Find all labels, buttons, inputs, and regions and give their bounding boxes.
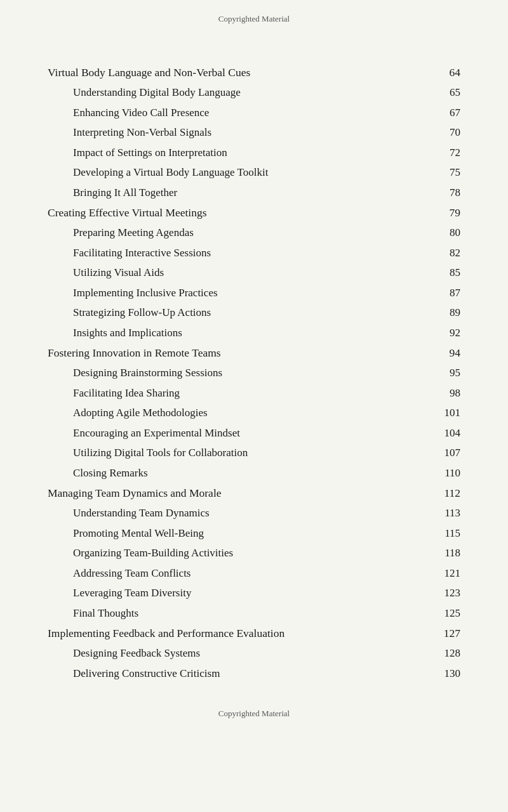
entry-title: Understanding Team Dynamics <box>73 503 435 523</box>
entry-title: Leveraging Team Diversity <box>73 583 435 603</box>
entry-page: 101 <box>435 403 460 422</box>
toc-entry: Designing Brainstorming Sessions95 <box>48 363 460 383</box>
entry-page: 64 <box>435 62 460 82</box>
footer-copyright: Copyrighted Material <box>0 696 508 733</box>
entry-page: 67 <box>435 103 460 122</box>
entry-page: 70 <box>435 122 460 142</box>
toc-entry: Final Thoughts125 <box>48 603 460 623</box>
entry-page: 130 <box>435 664 460 683</box>
toc-entry: Leveraging Team Diversity123 <box>48 583 460 603</box>
entry-page: 79 <box>435 202 460 223</box>
toc-entry: Organizing Team-Building Activities118 <box>48 543 460 563</box>
toc-entry: Creating Effective Virtual Meetings79 <box>48 202 460 223</box>
entry-title: Enhancing Video Call Presence <box>73 103 435 122</box>
entry-title: Final Thoughts <box>73 603 435 623</box>
entry-page: 89 <box>435 303 460 322</box>
entry-title: Designing Brainstorming Sessions <box>73 363 435 383</box>
entry-title: Promoting Mental Well-Being <box>73 523 435 543</box>
entry-title: Preparing Meeting Agendas <box>73 223 435 242</box>
toc-entry: Delivering Constructive Criticism130 <box>48 664 460 683</box>
entry-page: 72 <box>435 143 460 162</box>
entry-page: 78 <box>435 183 460 202</box>
entry-title: Bringing It All Together <box>73 183 435 202</box>
entry-page: 115 <box>435 523 460 543</box>
entry-title: Delivering Constructive Criticism <box>73 664 435 683</box>
entry-page: 80 <box>435 223 460 242</box>
entry-title: Strategizing Follow-Up Actions <box>73 303 435 322</box>
entry-page: 113 <box>435 503 460 523</box>
entry-title: Impact of Settings on Interpretation <box>73 143 435 162</box>
entry-page: 125 <box>435 603 460 623</box>
toc-entry: Implementing Inclusive Practices87 <box>48 283 460 303</box>
toc-entry: Preparing Meeting Agendas80 <box>48 223 460 242</box>
entry-page: 82 <box>435 243 460 263</box>
entry-title: Utilizing Visual Aids <box>73 263 435 282</box>
entry-page: 65 <box>435 82 460 102</box>
toc-entry: Addressing Team Conflicts121 <box>48 563 460 583</box>
toc-entry: Understanding Team Dynamics113 <box>48 503 460 523</box>
entry-title: Interpreting Non-Verbal Signals <box>73 122 435 142</box>
entry-page: 127 <box>435 623 460 643</box>
entry-page: 123 <box>435 583 460 603</box>
toc-entry: Facilitating Idea Sharing98 <box>48 383 460 403</box>
entry-page: 98 <box>435 383 460 403</box>
entry-page: 110 <box>435 463 460 483</box>
entry-page: 92 <box>435 323 460 343</box>
entry-title: Understanding Digital Body Language <box>73 82 435 102</box>
entry-title: Managing Team Dynamics and Morale <box>48 483 435 503</box>
entry-page: 107 <box>435 443 460 462</box>
entry-title: Creating Effective Virtual Meetings <box>48 202 435 223</box>
toc-entry: Utilizing Digital Tools for Collaboratio… <box>48 443 460 462</box>
entry-page: 87 <box>435 283 460 303</box>
toc-entry: Enhancing Video Call Presence67 <box>48 103 460 122</box>
entry-page: 118 <box>435 543 460 563</box>
page: Copyrighted Material Virtual Body Langua… <box>0 0 508 812</box>
entry-page: 95 <box>435 363 460 383</box>
toc-entry: Impact of Settings on Interpretation72 <box>48 143 460 162</box>
entry-title: Adopting Agile Methodologies <box>73 403 435 422</box>
toc-entry: Encouraging an Experimental Mindset104 <box>48 423 460 443</box>
entry-page: 94 <box>435 343 460 363</box>
toc-entry: Strategizing Follow-Up Actions89 <box>48 303 460 322</box>
entry-title: Developing a Virtual Body Language Toolk… <box>73 162 435 182</box>
entry-title: Facilitating Idea Sharing <box>73 383 435 403</box>
toc-entry: Promoting Mental Well-Being115 <box>48 523 460 543</box>
toc-entry: Interpreting Non-Verbal Signals70 <box>48 122 460 142</box>
toc-entry: Bringing It All Together78 <box>48 183 460 202</box>
toc-entry: Managing Team Dynamics and Morale112 <box>48 483 460 503</box>
entry-page: 75 <box>435 162 460 182</box>
toc-entry: Understanding Digital Body Language65 <box>48 82 460 102</box>
toc-entry: Adopting Agile Methodologies101 <box>48 403 460 422</box>
header-copyright: Copyrighted Material <box>0 0 508 30</box>
toc-container: Virtual Body Language and Non-Verbal Cue… <box>0 30 508 696</box>
toc-entry: Developing a Virtual Body Language Toolk… <box>48 162 460 182</box>
entry-title: Addressing Team Conflicts <box>73 563 435 583</box>
entry-title: Insights and Implications <box>73 323 435 343</box>
toc-entry: Fostering Innovation in Remote Teams94 <box>48 343 460 363</box>
entry-page: 128 <box>435 643 460 663</box>
entry-title: Virtual Body Language and Non-Verbal Cue… <box>48 62 435 82</box>
entry-title: Organizing Team-Building Activities <box>73 543 435 563</box>
entry-page: 121 <box>435 563 460 583</box>
entry-title: Closing Remarks <box>73 463 435 483</box>
toc-entry: Closing Remarks110 <box>48 463 460 483</box>
entry-title: Implementing Feedback and Performance Ev… <box>48 623 435 643</box>
entry-title: Designing Feedback Systems <box>73 643 435 663</box>
toc-entry: Insights and Implications92 <box>48 323 460 343</box>
toc-entry: Designing Feedback Systems128 <box>48 643 460 663</box>
entry-page: 104 <box>435 423 460 443</box>
toc-entry: Virtual Body Language and Non-Verbal Cue… <box>48 62 460 82</box>
toc-entry: Utilizing Visual Aids85 <box>48 263 460 282</box>
toc-entry: Facilitating Interactive Sessions82 <box>48 243 460 263</box>
toc-entry: Implementing Feedback and Performance Ev… <box>48 623 460 643</box>
entry-title: Utilizing Digital Tools for Collaboratio… <box>73 443 435 462</box>
entry-title: Encouraging an Experimental Mindset <box>73 423 435 443</box>
entry-page: 112 <box>435 483 460 503</box>
entry-title: Facilitating Interactive Sessions <box>73 243 435 263</box>
entry-page: 85 <box>435 263 460 282</box>
entry-title: Implementing Inclusive Practices <box>73 283 435 303</box>
entry-title: Fostering Innovation in Remote Teams <box>48 343 435 363</box>
